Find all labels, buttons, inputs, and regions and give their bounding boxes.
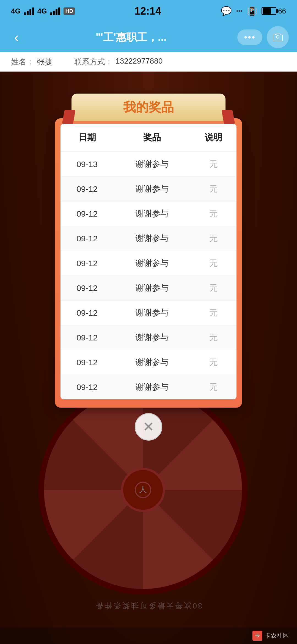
table-row: 09-12谢谢参与无: [61, 325, 237, 350]
phone-info: 联系方式： 13222977880: [74, 57, 163, 67]
cell-prize-1: 谢谢参与: [114, 177, 190, 201]
signal-bar-1: [24, 12, 26, 15]
cell-prize-0: 谢谢参与: [114, 152, 190, 177]
battery-level: 66: [278, 7, 286, 15]
modal-ribbon: 我的奖品: [72, 94, 226, 121]
battery-fill: [263, 8, 271, 14]
status-left: 4G 4G HD: [11, 7, 75, 15]
logo-char: 卡: [255, 632, 260, 639]
camera-icon: [272, 32, 283, 42]
table-row: 09-12谢谢参与无: [61, 301, 237, 325]
table-header: 日期 奖品 说明: [61, 124, 237, 152]
network2-label: 4G: [37, 7, 47, 15]
cell-date-6: 09-12: [61, 301, 114, 325]
nav-bar: ‹ "'工'惠职工，... •••: [0, 22, 297, 52]
table-row: 09-12谢谢参与无: [61, 375, 237, 400]
name-label: 姓名：: [11, 57, 34, 67]
cell-prize-8: 谢谢参与: [114, 350, 190, 375]
col-prize-header: 奖品: [114, 124, 190, 152]
prize-modal: 我的奖品 日期 奖品 说明 09-13谢谢参与无09-12谢谢参与无09-12谢…: [55, 94, 242, 408]
cell-note-1: 无: [190, 177, 237, 201]
logo-label: 卡农社区: [265, 632, 289, 640]
cell-date-5: 09-12: [61, 276, 114, 301]
wechat-icon: 💬: [221, 6, 232, 16]
bottom-bar: 卡 卡农社区: [0, 627, 297, 644]
battery-indicator: 66: [262, 7, 286, 15]
signal-bar-3: [29, 9, 31, 15]
cell-note-7: 无: [190, 325, 237, 350]
table-row: 09-12谢谢参与无: [61, 201, 237, 226]
cell-note-9: 无: [190, 375, 237, 400]
table-body: 09-13谢谢参与无09-12谢谢参与无09-12谢谢参与无09-12谢谢参与无…: [61, 152, 237, 399]
cell-date-1: 09-12: [61, 177, 114, 201]
table-row: 09-13谢谢参与无: [61, 152, 237, 177]
col-date-header: 日期: [61, 124, 114, 152]
cell-date-2: 09-12: [61, 201, 114, 226]
table-row: 09-12谢谢参与无: [61, 276, 237, 301]
info-bar: 姓名： 张捷 联系方式： 13222977880: [0, 52, 297, 72]
signal-bar-4: [32, 7, 34, 15]
cell-prize-6: 谢谢参与: [114, 301, 190, 325]
ellipsis-icon: ···: [236, 7, 243, 15]
bottom-logo: 卡 卡农社区: [252, 631, 289, 641]
cell-note-2: 无: [190, 201, 237, 226]
modal-body: 日期 奖品 说明 09-13谢谢参与无09-12谢谢参与无09-12谢谢参与无0…: [55, 118, 242, 408]
back-button[interactable]: ‹: [8, 29, 25, 45]
cell-prize-3: 谢谢参与: [114, 226, 190, 251]
status-time: 12:14: [134, 5, 161, 17]
signal-bar-7: [56, 9, 57, 15]
phone-label: 联系方式：: [74, 57, 113, 67]
cell-note-8: 无: [190, 350, 237, 375]
col-note-header: 说明: [190, 124, 237, 152]
cell-prize-2: 谢谢参与: [114, 201, 190, 226]
cell-note-0: 无: [190, 152, 237, 177]
battery-icon: [262, 7, 276, 15]
cell-note-4: 无: [190, 251, 237, 276]
more-button[interactable]: •••: [237, 29, 262, 45]
table-row: 09-12谢谢参与无: [61, 350, 237, 375]
prize-table: 日期 奖品 说明 09-13谢谢参与无09-12谢谢参与无09-12谢谢参与无0…: [61, 124, 237, 399]
cell-note-6: 无: [190, 301, 237, 325]
cell-prize-4: 谢谢参与: [114, 251, 190, 276]
cell-prize-9: 谢谢参与: [114, 375, 190, 400]
network1-label: 4G: [11, 7, 21, 15]
signal-bars: [24, 7, 34, 15]
name-info: 姓名： 张捷: [11, 57, 52, 67]
cell-prize-7: 谢谢参与: [114, 325, 190, 350]
cell-date-4: 09-12: [61, 251, 114, 276]
close-icon: ✕: [143, 420, 154, 434]
vibrate-icon: 📳: [247, 6, 257, 16]
header-row: 日期 奖品 说明: [61, 124, 237, 152]
nav-actions: •••: [237, 26, 289, 48]
camera-button[interactable]: [267, 26, 289, 48]
signal-bar-6: [53, 11, 55, 15]
phone-value: 13222977880: [116, 57, 163, 67]
cell-date-9: 09-12: [61, 375, 114, 400]
modal-title: 我的奖品: [123, 99, 174, 116]
cell-date-3: 09-12: [61, 226, 114, 251]
cell-date-8: 09-12: [61, 350, 114, 375]
signal-bar-2: [27, 11, 29, 15]
cell-prize-5: 谢谢参与: [114, 276, 190, 301]
table-row: 09-12谢谢参与无: [61, 251, 237, 276]
cell-date-7: 09-12: [61, 325, 114, 350]
logo-icon: 卡: [252, 631, 262, 641]
cell-note-5: 无: [190, 276, 237, 301]
dots-icon: •••: [244, 32, 256, 42]
close-button[interactable]: ✕: [135, 413, 162, 441]
signal-bar-8: [58, 7, 60, 15]
cell-note-3: 无: [190, 226, 237, 251]
table-row: 09-12谢谢参与无: [61, 226, 237, 251]
hd-badge: HD: [64, 7, 75, 15]
signal-bar-5: [50, 12, 52, 15]
cell-date-0: 09-13: [61, 152, 114, 177]
name-value: 张捷: [37, 57, 52, 67]
back-icon: ‹: [14, 29, 19, 45]
status-bar: 4G 4G HD 12:14 💬 ··· 📳 66: [0, 0, 297, 22]
modal-header: 我的奖品: [55, 94, 242, 121]
table-row: 09-12谢谢参与无: [61, 177, 237, 201]
status-right: 💬 ··· 📳 66: [221, 6, 286, 16]
nav-title: "'工'惠职工，...: [25, 30, 237, 44]
signal-bars-2: [50, 7, 60, 15]
